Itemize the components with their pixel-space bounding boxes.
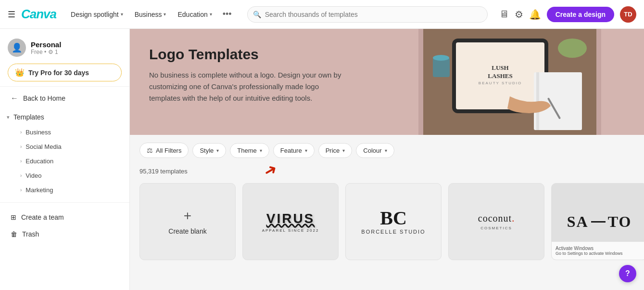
- sidebar-divider-2: [0, 202, 129, 203]
- chevron-down-icon: ▾: [385, 148, 387, 153]
- red-arrow-annotation: ➜: [261, 160, 281, 182]
- feature-filter-button[interactable]: Feature ▾: [273, 143, 315, 158]
- sidebar-item-create-team[interactable]: ⊞ Create a team: [3, 209, 126, 225]
- chevron-right-icon: ›: [20, 158, 22, 164]
- chevron-down-icon: ▾: [121, 12, 123, 17]
- avatar[interactable]: TD: [620, 6, 636, 23]
- svg-point-12: [433, 55, 449, 61]
- filter-bar: ⚖ All Filters Style ▾ Theme ▾ Feature ▾ …: [130, 135, 644, 162]
- plus-icon: +: [184, 208, 191, 224]
- sato-line: [591, 221, 606, 223]
- team-icon: ⊞: [11, 213, 16, 221]
- template-coconut[interactable]: coconut. COSMETICS: [448, 183, 544, 260]
- sidebar-item-video[interactable]: › Video: [3, 169, 126, 183]
- search-icon: 🔍: [253, 11, 261, 18]
- price-filter-button[interactable]: Price ▾: [318, 143, 353, 158]
- chevron-down-icon: ▾: [164, 12, 166, 17]
- topnav: ☰ Canva Design spotlight ▾ Business ▾ Ed…: [0, 0, 644, 29]
- template-virus[interactable]: VIRUS APPAREL SINCE 2022: [242, 183, 339, 260]
- create-design-button[interactable]: Create a design: [547, 7, 614, 22]
- sidebar-section-templates: ▾ Templates › Business › Social Media › …: [0, 107, 129, 199]
- activate-windows-overlay: Activate Windows Go to Settings to activ…: [552, 242, 644, 260]
- chevron-right-icon: ›: [20, 187, 22, 193]
- chevron-down-icon: ▾: [216, 148, 219, 153]
- template-create-blank[interactable]: + Create blank: [139, 183, 236, 260]
- template-grid: + Create blank VIRUS APPAREL SINCE 2022 …: [130, 180, 644, 270]
- monitor-icon[interactable]: 🖥: [499, 9, 509, 20]
- sidebar-item-social-media[interactable]: › Social Media: [3, 140, 126, 154]
- all-filters-button[interactable]: ⚖ All Filters: [139, 143, 189, 158]
- chevron-down-icon: ▾: [305, 148, 307, 153]
- bell-icon[interactable]: 🔔: [529, 9, 541, 20]
- sidebar-section-header-templates[interactable]: ▾ Templates: [0, 109, 129, 125]
- sidebar-item-education[interactable]: › Education: [3, 154, 126, 168]
- borcelle-logo-text: BC: [361, 209, 425, 228]
- svg-text:LUSH: LUSH: [492, 64, 508, 71]
- search-input[interactable]: [247, 6, 488, 23]
- svg-text:LASHES: LASHES: [488, 72, 512, 79]
- borcelle-content: BC BORCELLE STUDIO: [361, 209, 425, 235]
- template-borcelle[interactable]: BC BORCELLE STUDIO: [345, 183, 442, 260]
- topnav-links: Design spotlight ▾ Business ▾ Education …: [66, 7, 236, 21]
- hero-description: No business is complete without a logo. …: [149, 69, 351, 104]
- activate-line2: Go to Settings to activate Windows: [556, 251, 643, 256]
- coconut-sub-text: COSMETICS: [478, 226, 515, 230]
- chevron-right-icon: ›: [20, 144, 22, 149]
- colour-filter-button[interactable]: Colour ▾: [356, 143, 394, 158]
- user-plan: Free • ⚙ 1: [31, 49, 61, 55]
- theme-filter-button[interactable]: Theme ▾: [230, 143, 269, 158]
- crown-icon: 👑: [15, 68, 25, 77]
- chevron-down-icon: ▾: [210, 12, 212, 17]
- coconut-content: coconut. COSMETICS: [478, 213, 515, 230]
- borcelle-sub-text: BORCELLE STUDIO: [361, 229, 425, 235]
- hero-image: LUSH LASHES BEAUTY STUDIO: [418, 29, 601, 135]
- sidebar-item-trash[interactable]: 🗑 Trash: [3, 226, 126, 242]
- sidebar: 👤 Personal Free • ⚙ 1 👑 Try Pro for 30 d…: [0, 29, 130, 290]
- nav-education[interactable]: Education ▾: [173, 8, 216, 21]
- create-blank-label: Create blank: [168, 227, 206, 235]
- help-button[interactable]: ?: [619, 265, 636, 282]
- sidebar-item-business[interactable]: › Business: [3, 125, 126, 139]
- sidebar-user-info: Personal Free • ⚙ 1: [31, 40, 61, 55]
- avatar: 👤: [8, 39, 26, 57]
- hero-mockup-svg: LUSH LASHES BEAUTY STUDIO: [423, 29, 596, 135]
- topnav-actions: 🖥 ⚙ 🔔 Create a design TD: [499, 6, 636, 23]
- hamburger-icon[interactable]: ☰: [8, 9, 15, 20]
- content-area: Logo Templates No business is complete w…: [130, 29, 644, 290]
- chevron-right-icon: ›: [20, 130, 22, 135]
- chevron-down-icon: ▾: [7, 114, 10, 120]
- sato-content: SA TO: [567, 213, 632, 231]
- chevron-right-icon: ›: [20, 173, 22, 178]
- sidebar-user: 👤 Personal Free • ⚙ 1: [0, 35, 129, 59]
- sidebar-item-back-home[interactable]: ← Back to Home: [3, 90, 126, 107]
- trash-icon: 🗑: [11, 230, 17, 238]
- template-sato[interactable]: SA TO Activate Windows Go to Settings to…: [551, 183, 644, 260]
- svg-rect-11: [433, 58, 450, 77]
- sato-to: TO: [608, 213, 632, 231]
- arrow-left-icon: ←: [11, 94, 18, 103]
- sidebar-item-marketing[interactable]: › Marketing: [3, 183, 126, 197]
- chevron-down-icon: ▾: [342, 148, 345, 153]
- try-pro-button[interactable]: 👑 Try Pro for 30 days: [8, 64, 122, 81]
- template-count: 95,319 templates: [139, 168, 188, 175]
- user-name: Personal: [31, 40, 61, 49]
- hero-title: Logo Templates: [149, 46, 399, 63]
- nav-design-spotlight[interactable]: Design spotlight ▾: [66, 8, 128, 21]
- virus-sub-text: APPAREL SINCE 2022: [262, 228, 319, 233]
- activate-line1: Activate Windows: [556, 246, 643, 251]
- style-filter-button[interactable]: Style ▾: [192, 143, 226, 158]
- main-layout: 👤 Personal Free • ⚙ 1 👑 Try Pro for 30 d…: [0, 29, 644, 290]
- coconut-dot: .: [512, 213, 515, 224]
- virus-logo-text: VIRUS: [262, 211, 319, 226]
- template-count-row: 95,319 templates ➜: [130, 162, 644, 180]
- settings-icon[interactable]: ⚙: [515, 9, 523, 20]
- sidebar-divider: [0, 86, 129, 87]
- nav-business[interactable]: Business ▾: [130, 8, 171, 21]
- virus-content: VIRUS APPAREL SINCE 2022: [262, 211, 319, 233]
- more-options[interactable]: •••: [219, 7, 236, 21]
- canva-logo[interactable]: Canva: [21, 7, 56, 22]
- sidebar-bottom: ⊞ Create a team 🗑 Trash: [0, 206, 129, 246]
- svg-point-10: [558, 39, 587, 58]
- chevron-down-icon: ▾: [260, 148, 262, 153]
- sato-sa: SA: [567, 213, 589, 231]
